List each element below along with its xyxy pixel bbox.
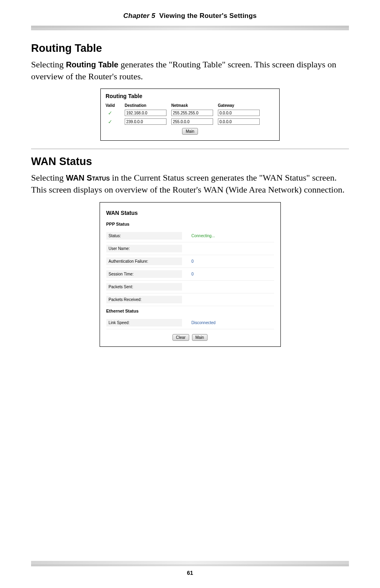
check-icon: ✓ — [106, 119, 125, 125]
col-valid: Valid — [106, 103, 125, 108]
destination-field[interactable]: 239.0.0.0 — [125, 118, 166, 125]
footer-divider — [31, 561, 349, 566]
status-row: Session Time: 0 — [106, 268, 274, 281]
ethernet-status-subtitle: Ethernet Status — [106, 309, 274, 313]
netmask-field[interactable]: 255.0.0.0 — [171, 118, 213, 125]
text: Selecting — [31, 59, 66, 69]
section1-paragraph: Selecting Routing Table generates the "R… — [31, 59, 349, 82]
wan-status-title: WAN Status — [106, 210, 274, 216]
wan-status-window: WAN Status PPP Status Status: Connecting… — [100, 202, 281, 347]
check-icon: ✓ — [106, 110, 125, 116]
ppp-status-subtitle: PPP Status — [106, 222, 274, 226]
text: Selecting — [31, 173, 66, 183]
routing-table-title: Routing Table — [106, 93, 274, 99]
row-label: Session Time: — [106, 270, 182, 278]
table-row: ✓ 239.0.0.0 255.0.0.0 0.0.0.0 — [106, 118, 274, 125]
row-value: 0 — [182, 259, 274, 264]
main-button[interactable]: Main — [192, 334, 208, 341]
row-label: User Name: — [106, 245, 182, 252]
status-row: Authentication Failure: 0 — [106, 255, 274, 268]
status-row: Packets Received: — [106, 293, 274, 306]
row-value: 0 — [182, 272, 274, 276]
gateway-field[interactable]: 0.0.0.0 — [218, 118, 260, 125]
chapter-label: Chapter 5 — [123, 12, 155, 20]
section2-paragraph: Selecting WAN Status in the Current Stat… — [31, 172, 349, 195]
chapter-header: Chapter 5 Viewing the Router's Settings — [31, 12, 349, 26]
col-netmask: Netmask — [171, 103, 218, 108]
section-divider — [31, 149, 349, 149]
row-value: Connecting... — [182, 234, 274, 238]
status-row: Status: Connecting... — [106, 230, 274, 242]
text: (Wide Area Network) connection. — [223, 185, 345, 195]
text-smallcaps: WAN — [263, 173, 283, 183]
status-row: User Name: — [106, 242, 274, 255]
clear-button[interactable]: Clear — [172, 334, 189, 341]
row-label: Link Speed: — [106, 319, 182, 326]
row-label: Packets Received: — [106, 296, 182, 303]
table-row: ✓ 192.168.0.0 255.255.255.0 0.0.0.0 — [106, 110, 274, 116]
row-value: Disconnected — [182, 321, 274, 325]
status-row: Packets Sent: — [106, 281, 274, 293]
text-bold: Routing Table — [66, 60, 118, 69]
text: in the Current Status screen generates t… — [110, 173, 263, 183]
col-destination: Destination — [125, 103, 171, 108]
netmask-field[interactable]: 255.255.255.0 — [171, 110, 213, 116]
col-gateway: Gateway — [218, 103, 264, 108]
main-button[interactable]: Main — [182, 128, 198, 135]
routing-table-figure: Routing Table Valid Destination Netmask … — [31, 88, 349, 141]
destination-field[interactable]: 192.168.0.0 — [125, 110, 166, 116]
status-row: Link Speed: Disconnected — [106, 317, 274, 329]
gateway-field[interactable]: 0.0.0.0 — [218, 110, 260, 116]
page-number: 61 — [31, 570, 349, 576]
wan-status-figure: WAN Status PPP Status Status: Connecting… — [31, 202, 349, 347]
text-bold: WAN Status — [66, 173, 110, 182]
text-smallcaps: WAN — [204, 185, 223, 195]
button-row: Main — [106, 127, 274, 135]
row-label: Authentication Failure: — [106, 258, 182, 265]
chapter-title: Viewing the Router's Settings — [159, 12, 257, 20]
header-divider — [31, 26, 349, 30]
routing-table-header-row: Valid Destination Netmask Gateway — [106, 102, 274, 110]
row-label: Packets Sent: — [106, 283, 182, 291]
row-label: Status: — [106, 232, 182, 240]
section-heading-wan-status: WAN Status — [31, 155, 349, 168]
page-footer: 61 — [31, 559, 349, 576]
button-row: Clear Main — [106, 334, 274, 341]
section-heading-routing-table: Routing Table — [31, 42, 349, 55]
routing-table-window: Routing Table Valid Destination Netmask … — [100, 88, 280, 141]
